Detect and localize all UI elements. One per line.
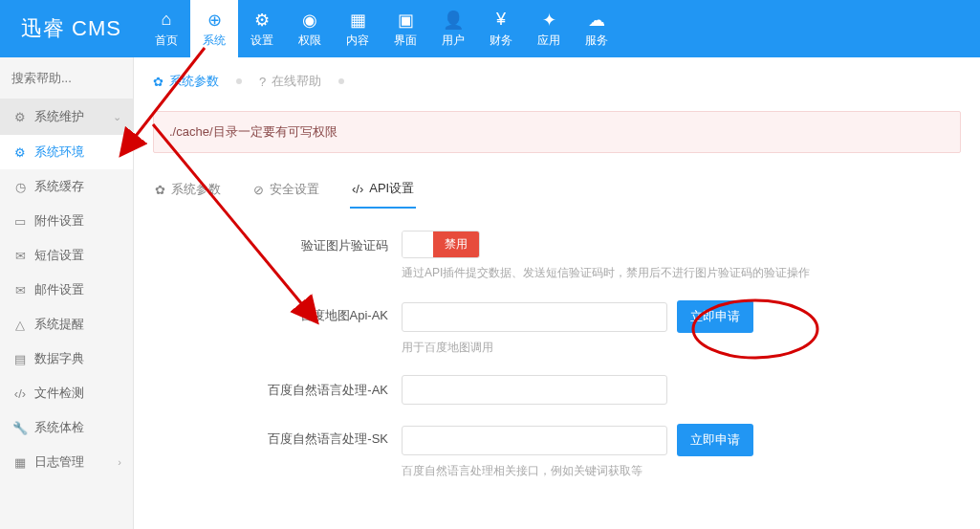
sidebar-item-label: 系统缓存 <box>34 178 84 195</box>
tab-API设置[interactable]: ‹/›API设置 <box>350 170 416 209</box>
home-icon: ⌂ <box>162 10 172 31</box>
cloud-icon: ☁ <box>588 10 605 31</box>
sidebar-item-label: 数据字典 <box>34 350 84 367</box>
topnav-label: 应用 <box>537 33 560 49</box>
code-icon: ‹/› <box>352 182 363 196</box>
nlp-ak-input[interactable] <box>402 375 667 405</box>
warning-alert: ./cache/目录一定要有可写权限 <box>153 111 961 153</box>
field-label-baidu-map-ak: 百度地图Api-AK <box>153 300 402 324</box>
tab-安全设置[interactable]: ⊘安全设置 <box>251 170 321 209</box>
gear-icon: ⚙ <box>11 145 29 160</box>
globe-icon: ⊕ <box>207 10 222 31</box>
sidebar-item-数据字典[interactable]: ▤数据字典 <box>0 342 133 376</box>
topnav-label: 服务 <box>585 33 608 49</box>
field-label-captcha: 验证图片验证码 <box>153 231 402 254</box>
topnav-label: 内容 <box>346 33 369 49</box>
top-nav: 迅睿 CMS ⌂首页⊕系统⚙设置◉权限▦内容▣界面👤用户¥财务✦应用☁服务 <box>0 0 980 57</box>
topnav-label: 财务 <box>490 33 512 49</box>
help-icon: ? <box>259 75 266 89</box>
sidebar-item-label: 日志管理 <box>34 453 84 471</box>
toggle-on[interactable] <box>403 231 433 257</box>
tab-label: 安全设置 <box>270 181 319 198</box>
field-label-nlp-sk: 百度自然语言处理-SK <box>153 424 402 448</box>
toggle-off[interactable]: 禁用 <box>433 231 479 257</box>
topnav-item-界面[interactable]: ▣界面 <box>381 0 429 57</box>
user-icon: 👤 <box>443 10 464 31</box>
search-box: 🔍 <box>0 57 133 99</box>
topnav-label: 设置 <box>250 33 273 49</box>
sidebar-item-系统缓存[interactable]: ◷系统缓存 <box>0 169 133 204</box>
wrench-icon: 🔧 <box>11 421 29 435</box>
shield-icon: ⊘ <box>253 183 264 197</box>
tab-系统参数[interactable]: ✿系统参数 <box>153 170 223 209</box>
sidebar-item-label: 文件检测 <box>34 385 84 402</box>
cogs-icon: ⚙ <box>254 10 270 31</box>
baidu-map-ak-input[interactable] <box>402 302 667 332</box>
crumb-dot <box>338 78 344 84</box>
envelope-icon: ✉ <box>11 283 29 298</box>
field-label-nlp-ak: 百度自然语言处理-AK <box>153 375 402 399</box>
gear-icon: ✿ <box>153 75 163 89</box>
topnav-item-应用[interactable]: ✦应用 <box>525 0 573 57</box>
sidebar-item-label: 邮件设置 <box>34 281 84 298</box>
topnav-label: 首页 <box>155 33 178 49</box>
topnav-item-财务[interactable]: ¥财务 <box>477 0 525 57</box>
help-text: 通过API插件提交数据、发送短信验证码时，禁用后不进行图片验证码的验证操作 <box>402 265 961 281</box>
puzzle-icon: ✦ <box>542 10 556 31</box>
brand-logo: 迅睿 CMS <box>0 0 142 57</box>
layout-icon: ▣ <box>398 10 414 31</box>
sidebar-item-label: 短信设置 <box>34 247 84 264</box>
topnav-item-首页[interactable]: ⌂首页 <box>142 0 190 57</box>
sidebar-item-系统环境[interactable]: ⚙系统环境 <box>0 135 133 169</box>
sidebar-item-日志管理[interactable]: ▦日志管理› <box>0 445 133 479</box>
topnav-item-权限[interactable]: ◉权限 <box>286 0 334 57</box>
breadcrumb: ✿ 系统参数 ? 在线帮助 <box>134 57 980 99</box>
apply-now-button[interactable]: 立即申请 <box>677 424 753 456</box>
mail-icon: ✉ <box>11 249 29 263</box>
crumb-system-params[interactable]: ✿ 系统参数 <box>153 73 219 90</box>
sidebar-item-邮件设置[interactable]: ✉邮件设置 <box>0 273 133 307</box>
topnav-label: 界面 <box>394 33 417 49</box>
nlp-sk-input[interactable] <box>402 426 667 455</box>
topnav-label: 系统 <box>203 33 226 49</box>
clock-icon: ◷ <box>11 180 29 194</box>
sidebar-section-label: 系统维护 <box>34 108 84 125</box>
grid-icon: ▦ <box>350 10 366 31</box>
sidebar-item-附件设置[interactable]: ▭附件设置 <box>0 204 133 238</box>
sidebar-item-短信设置[interactable]: ✉短信设置 <box>0 238 133 273</box>
topnav-label: 用户 <box>442 33 465 49</box>
tab-label: 系统参数 <box>171 181 221 198</box>
tab-label: API设置 <box>369 180 414 197</box>
help-text: 用于百度地图调用 <box>402 340 961 356</box>
apply-now-button[interactable]: 立即申请 <box>677 300 753 333</box>
captcha-toggle[interactable]: 禁用 <box>402 231 480 258</box>
bell-icon: △ <box>11 318 29 332</box>
gear-icon: ✿ <box>155 183 165 197</box>
book-icon: ▤ <box>11 352 29 366</box>
sidebar-item-系统提醒[interactable]: △系统提醒 <box>0 307 133 342</box>
gear-icon: ⚙ <box>11 110 29 124</box>
crumb-online-help[interactable]: ? 在线帮助 <box>259 73 321 90</box>
calendar-icon: ▦ <box>11 455 29 470</box>
topnav-item-内容[interactable]: ▦内容 <box>334 0 381 57</box>
form-area: 验证图片验证码 禁用 通过API插件提交数据、发送短信验证码时，禁用后不进行图片… <box>134 209 980 519</box>
code-icon: ‹/› <box>11 386 29 401</box>
sidebar-section-head[interactable]: ⚙ 系统维护 ⌄ <box>0 99 133 135</box>
tabs: ✿系统参数⊘安全设置‹/›API设置 <box>153 170 961 209</box>
chevron-down-icon: ⌄ <box>113 111 121 123</box>
sidebar-item-label: 附件设置 <box>34 212 84 230</box>
topnav-item-系统[interactable]: ⊕系统 <box>190 0 238 57</box>
crumb-dot <box>236 78 242 84</box>
folder-icon: ▭ <box>11 214 29 229</box>
yen-icon: ¥ <box>496 10 506 31</box>
sidebar-item-文件检测[interactable]: ‹/›文件检测 <box>0 376 133 410</box>
topnav-item-设置[interactable]: ⚙设置 <box>238 0 286 57</box>
topnav-item-服务[interactable]: ☁服务 <box>573 0 621 57</box>
chevron-right-icon: › <box>118 456 121 468</box>
topnav-item-用户[interactable]: 👤用户 <box>429 0 477 57</box>
sidebar-item-label: 系统环境 <box>34 143 84 161</box>
topnav-label: 权限 <box>298 33 321 49</box>
sidebar-item-系统体检[interactable]: 🔧系统体检 <box>0 410 133 445</box>
user-circle-icon: ◉ <box>302 10 317 31</box>
sidebar-item-label: 系统体检 <box>34 419 84 436</box>
